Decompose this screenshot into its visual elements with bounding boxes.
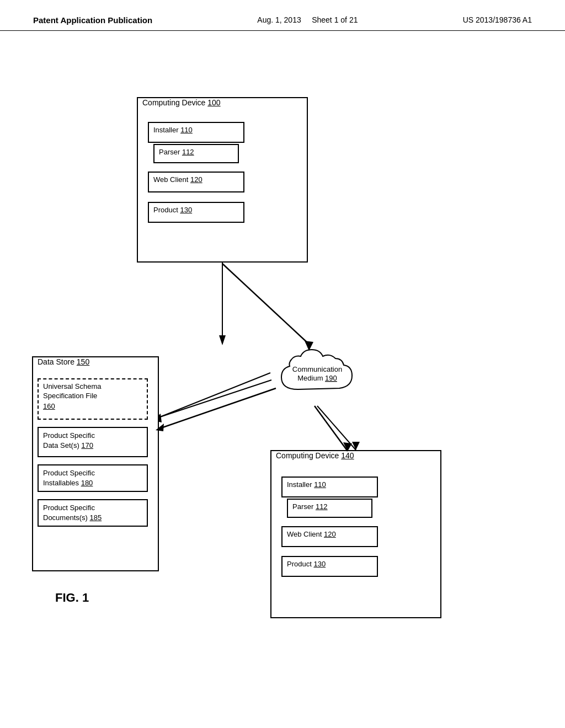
diagram-area: Computing Device 100 Installer 110 Parse… <box>0 31 565 715</box>
parser-112-b-label: Parser 112 <box>288 500 371 513</box>
web-client-120-label: Web Client 120 <box>149 173 243 186</box>
svg-text:Medium 190: Medium 190 <box>297 374 337 382</box>
svg-line-6 <box>160 380 271 417</box>
product-130-top-label: Product 130 <box>149 203 243 217</box>
communication-medium-cloud: Communication Medium 190 <box>270 340 364 406</box>
product-installables-180-label: Product SpecificInstallables 180 <box>39 465 147 491</box>
product-data-170-box: Product SpecificData Set(s) 170 <box>38 427 148 457</box>
svg-line-2 <box>160 373 270 417</box>
svg-line-7 <box>222 264 309 344</box>
sheet-number: Sheet 1 of 21 <box>312 15 358 24</box>
publication-number: US 2013/198736 A1 <box>463 15 532 24</box>
web-client-120-b-label: Web Client 120 <box>282 527 377 541</box>
fig-label: FIG. 1 <box>55 591 89 605</box>
svg-line-4 <box>317 406 356 450</box>
svg-text:Communication: Communication <box>292 365 342 373</box>
product-documents-185-label: Product SpecificDocuments(s) 185 <box>39 500 147 526</box>
product-installables-180-box: Product SpecificInstallables 180 <box>38 464 148 492</box>
product-130-top-box: Product 130 <box>148 202 244 223</box>
data-store-150-label: Data Store 150 <box>33 354 94 367</box>
installer-110-b-box: Installer 110 <box>281 477 378 497</box>
product-data-170-label: Product SpecificData Set(s) 170 <box>39 428 147 453</box>
publication-title: Patent Application Publication <box>33 15 152 25</box>
product-documents-185-box: Product SpecificDocuments(s) 185 <box>38 499 148 527</box>
product-130-b-box: Product 130 <box>281 556 378 577</box>
universal-schema-160-label: Universal SchemaSpecification File160 <box>39 379 147 414</box>
publication-date-sheet: Aug. 1, 2013 Sheet 1 of 21 <box>257 15 358 24</box>
page-header: Patent Application Publication Aug. 1, 2… <box>0 0 565 31</box>
svg-line-9 <box>161 388 276 428</box>
svg-line-11 <box>315 406 348 451</box>
parser-112-box: Parser 112 <box>153 144 239 163</box>
product-130-b-label: Product 130 <box>282 557 377 571</box>
parser-112-b-box: Parser 112 <box>287 499 372 518</box>
installer-110-b-label: Installer 110 <box>282 478 377 491</box>
installer-110-label: Installer 110 <box>149 123 243 137</box>
installer-110-box: Installer 110 <box>148 122 244 143</box>
web-client-120-b-box: Web Client 120 <box>281 526 378 547</box>
svg-marker-1 <box>219 335 226 345</box>
computing-device-100-label: Computing Device 100 <box>138 95 225 108</box>
publication-date: Aug. 1, 2013 <box>257 15 301 24</box>
web-client-120-box: Web Client 120 <box>148 172 244 192</box>
parser-112-label: Parser 112 <box>154 145 238 159</box>
universal-schema-160-box: Universal SchemaSpecification File160 <box>38 378 148 420</box>
computing-device-140-label: Computing Device 140 <box>271 448 359 461</box>
cloud-svg: Communication Medium 190 <box>270 340 364 406</box>
